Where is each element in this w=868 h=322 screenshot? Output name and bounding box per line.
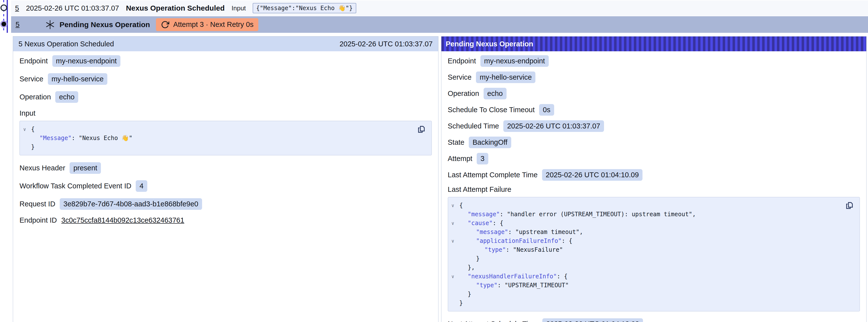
event-row-pending-nexus-operation[interactable]: 5 Pending Nexus Operation Attempt 3 · Ne… (11, 16, 868, 33)
field-attempt-value: 3 (477, 153, 488, 164)
scheduled-panel-time: 2025-02-26 UTC 01:03:37.07 (340, 40, 433, 48)
json-line: "type": "UPSTREAM_TIMEOUT" (451, 281, 843, 290)
timeline-node-scheduled-icon (0, 4, 7, 11)
field-scheduled-time-label: Scheduled Time (448, 122, 499, 130)
retry-badge-text: Attempt 3 · Next Retry 0s (173, 21, 254, 29)
event-id-link[interactable]: 5 (15, 4, 19, 12)
json-line: "type": "NexusFailure" (451, 245, 843, 254)
event-row-nexus-operation-scheduled[interactable]: 5 2025-02-26 UTC 01:03:37.07 Nexus Opera… (11, 0, 868, 16)
pending-event-title: Pending Nexus Operation (59, 21, 150, 29)
field-service: Service my-hello-service (20, 73, 432, 85)
json-line: } (451, 254, 843, 263)
json-line: ∨ "applicationFailureInfo": { (451, 236, 843, 245)
last-attempt-failure-label: Last Attempt Failure (448, 185, 860, 194)
json-collapse-chevron[interactable]: ∨ (22, 125, 31, 134)
json-collapse-chevron (22, 134, 31, 142)
json-line: }, (451, 263, 843, 272)
field-operation-value: echo (484, 88, 506, 99)
field-request-id-label: Request ID (20, 200, 55, 208)
json-line: } (22, 142, 414, 151)
field-endpoint: Endpoint my-nexus-endpoint (20, 55, 432, 67)
field-scheduled-time-value: 2025-02-26 UTC 01:03:37.07 (503, 120, 604, 132)
scheduled-panel-title: 5 Nexus Operation Scheduled (19, 40, 114, 48)
json-line: "Message": "Nexus Echo 👋" (22, 134, 414, 142)
field-request-id: Request ID 3e829b7e-7d67-4b08-aad3-b1e86… (20, 198, 432, 210)
field-nexus-header: Nexus Header present (20, 162, 432, 174)
json-collapse-chevron (451, 210, 459, 219)
field-operation: Operation echo (448, 88, 860, 99)
event-detail-panels: 5 Nexus Operation Scheduled 2025-02-26 U… (13, 36, 867, 322)
json-collapse-chevron[interactable]: ∨ (451, 272, 459, 281)
event-input-value-chip: {"Message":"Nexus Echo 👋"} (253, 3, 356, 13)
field-operation-label: Operation (448, 90, 479, 98)
field-last-attempt-complete-time: Last Attempt Complete Time 2025-02-26 UT… (448, 169, 860, 181)
field-scheduled-time: Scheduled Time 2025-02-26 UTC 01:03:37.0… (448, 120, 860, 132)
field-schedule-to-close-timeout: Schedule To Close Timeout 0s (448, 104, 860, 116)
field-service-label: Service (448, 73, 472, 82)
field-stct-label: Schedule To Close Timeout (448, 106, 535, 114)
scheduled-panel-body: Endpoint my-nexus-endpoint Service my-he… (13, 51, 438, 235)
pending-event-id-link[interactable]: 5 (16, 21, 20, 29)
pending-asterisk-icon (45, 20, 55, 30)
field-attempt: Attempt 3 (448, 153, 860, 164)
field-endpoint-id-label: Endpoint ID (20, 216, 57, 224)
json-collapse-chevron (22, 142, 31, 151)
field-service: Service my-hello-service (448, 71, 860, 83)
json-line: ∨ { (451, 201, 843, 210)
field-request-id-value: 3e829b7e-7d67-4b08-aad3-b1e868bfe9e0 (60, 198, 202, 210)
json-collapse-chevron[interactable]: ∨ (451, 236, 459, 245)
field-service-value: my-hello-service (48, 73, 107, 85)
json-collapse-chevron (451, 245, 459, 254)
timeline-accent-bar (7, 0, 8, 33)
field-service-value: my-hello-service (476, 71, 535, 83)
scheduled-event-panel: 5 Nexus Operation Scheduled 2025-02-26 U… (13, 36, 438, 322)
field-next-attempt-label: Next Attempt Schedule Time (448, 320, 538, 322)
field-endpoint-label: Endpoint (448, 57, 476, 65)
retry-status-badge: Attempt 3 · Next Retry 0s (156, 18, 258, 31)
retry-icon (161, 21, 169, 29)
field-service-label: Service (20, 75, 43, 83)
json-line: "message": "upstream timeout", (451, 228, 843, 236)
json-collapse-chevron (451, 254, 459, 263)
field-nexus-header-label: Nexus Header (20, 164, 65, 172)
json-line: "message": "handler error (UPSTREAM_TIME… (451, 210, 843, 219)
last-attempt-failure-json-viewer: ∨ { "message": "handler error (UPSTREAM_… (448, 197, 860, 312)
field-state: State BackingOff (448, 137, 860, 148)
field-wft-completed-value: 4 (136, 180, 147, 192)
field-lact-label: Last Attempt Complete Time (448, 171, 538, 179)
input-json-viewer: ∨ { "Message": "Nexus Echo 👋" } (20, 121, 432, 155)
field-endpoint-id: Endpoint ID 3c0c75ccfa8144b092c13ce63246… (20, 216, 432, 224)
event-timestamp: 2025-02-26 UTC 01:03:37.07 (26, 4, 119, 12)
scheduled-event-panel-header: 5 Nexus Operation Scheduled 2025-02-26 U… (13, 36, 438, 51)
json-collapse-chevron (451, 263, 459, 272)
event-input-label: Input (232, 4, 246, 12)
field-state-label: State (448, 138, 465, 147)
pending-operation-panel: Pending Nexus Operation Endpoint my-nexu… (441, 36, 867, 322)
timeline-node-pending-icon (0, 21, 7, 28)
json-line: } (451, 290, 843, 298)
copy-icon[interactable] (845, 201, 855, 211)
field-endpoint-label: Endpoint (20, 57, 48, 65)
json-collapse-chevron (451, 298, 459, 308)
field-wft-completed-label: Workflow Task Completed Event ID (20, 182, 131, 190)
field-workflow-task-completed-event-id: Workflow Task Completed Event ID 4 (20, 180, 432, 192)
field-endpoint-value: my-nexus-endpoint (480, 55, 549, 67)
field-stct-value: 0s (539, 104, 554, 116)
field-operation-value: echo (55, 91, 78, 103)
endpoint-id-link[interactable]: 3c0c75ccfa8144b092c13ce632463761 (61, 216, 184, 224)
pending-panel-body: Endpoint my-nexus-endpoint Service my-he… (441, 51, 867, 322)
copy-icon[interactable] (417, 125, 427, 134)
field-operation: Operation echo (20, 91, 432, 103)
field-next-attempt-schedule-time: Next Attempt Schedule Time 2025-02-26 UT… (448, 318, 860, 322)
json-line: } (451, 298, 843, 308)
event-title: Nexus Operation Scheduled (126, 4, 224, 12)
json-line: ∨ "cause": { (451, 219, 843, 228)
pending-operation-panel-header: Pending Nexus Operation (441, 36, 867, 51)
json-collapse-chevron (451, 281, 459, 290)
json-collapse-chevron[interactable]: ∨ (451, 201, 459, 210)
json-collapse-chevron[interactable]: ∨ (451, 219, 459, 228)
field-operation-label: Operation (20, 93, 51, 101)
state-badge: BackingOff (469, 137, 511, 148)
pending-panel-title: Pending Nexus Operation (446, 40, 533, 48)
workflow-event-history-screen: 5 2025-02-26 UTC 01:03:37.07 Nexus Opera… (0, 0, 868, 322)
